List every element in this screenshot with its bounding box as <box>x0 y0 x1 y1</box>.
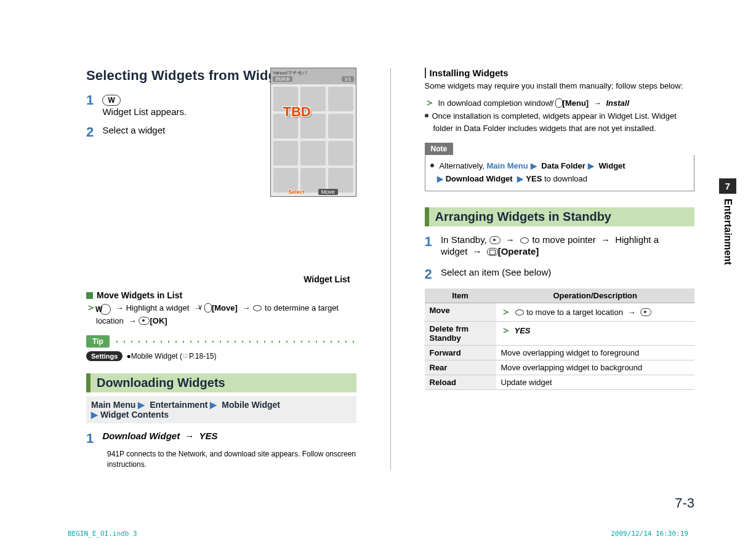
heading-arranging: Arranging Widgets in Standby <box>425 207 695 226</box>
triangle-icon: ▶ <box>437 174 443 183</box>
step-number: 2 <box>86 124 100 140</box>
tbd-overlay: TBD <box>283 104 311 120</box>
triangle-icon: ▶ <box>588 161 594 170</box>
navpad-icon <box>252 304 262 312</box>
y-key-icon: Y <box>204 303 212 312</box>
page-number: 7-3 <box>675 495 694 511</box>
operations-table: Item Operation/Description Move ＞ to mov… <box>425 288 695 390</box>
settings-tag: Settings <box>86 351 123 361</box>
arrange-step-2: 2 Select an item (See below) <box>425 266 695 282</box>
right-column: Installing Widgets Some widgets may requ… <box>425 68 695 470</box>
triangle-icon: ▶ <box>210 400 217 410</box>
left-column: Selecting Widgets from Widget List 1 W W… <box>86 68 356 470</box>
table-row: Reload Update widget <box>425 375 695 389</box>
column-divider <box>390 68 391 470</box>
square-bullet-icon <box>86 292 93 299</box>
widget-key-icon: W <box>100 304 111 315</box>
install-flow: ＞In download completion window, Y[Menu] … <box>425 95 695 110</box>
chevron-icon: ＞ <box>86 302 96 312</box>
side-tab: 7 Entertainment <box>719 178 736 270</box>
triangle-icon: ▶ <box>91 410 98 420</box>
heading-downloading: Downloading Widgets <box>86 373 356 392</box>
table-row: Rear Move overlapping widget to backgrou… <box>425 360 695 375</box>
y-key-icon: Y <box>555 98 563 108</box>
chapter-number: 7 <box>719 178 736 194</box>
table-header-op: Operation/Description <box>496 288 695 303</box>
move-widgets-heading: Move Widgets in List <box>86 290 356 300</box>
bullet-icon <box>425 114 428 117</box>
arrange-step-1: 1 In Standby, → to move pointer → Highli… <box>425 234 695 258</box>
screenshot-title: Yahoo!マチモバ <box>271 68 356 76</box>
settings-line: Settings●Mobile Widget (☞P.18-15) <box>86 351 356 361</box>
table-row: Forward Move overlapping widget to foreg… <box>425 345 695 360</box>
chevron-icon: ＞ <box>501 325 511 335</box>
step-number: 1 <box>86 431 100 447</box>
chapter-label: Entertainment <box>722 194 733 270</box>
screenshot-size: 352KB <box>273 76 292 82</box>
center-key-icon <box>489 236 501 244</box>
triangle-icon: ▶ <box>531 161 537 170</box>
screenshot-caption: Widget List <box>86 274 350 284</box>
table-header-item: Item <box>425 288 496 303</box>
step2-text: Select a widget <box>102 124 165 137</box>
tip-tag: Tip <box>86 335 110 348</box>
navpad-icon <box>515 309 525 316</box>
step-number: 1 <box>86 92 100 108</box>
dots-decoration <box>113 341 356 343</box>
chevron-icon: ＞ <box>425 97 435 108</box>
install-intro: Some widgets may require you install the… <box>425 81 695 92</box>
table-row: Delete frm Standby ＞YES <box>425 321 695 345</box>
navpad-icon <box>520 237 529 244</box>
step-number: 2 <box>425 266 438 282</box>
bullet-icon <box>430 164 434 167</box>
download-step-1: 1 Download Widget → YES 941P connects to… <box>86 431 356 470</box>
chevron-icon: ＞ <box>501 306 511 317</box>
center-key-icon <box>640 308 651 316</box>
step-number: 1 <box>425 234 438 250</box>
widget-list-screenshot: Yahoo!マチモバ 352KB 1/1 TBD Select Move <box>270 68 356 197</box>
note-box: Alternatively, Main Menu▶ Data Folder▶ W… <box>425 155 695 191</box>
footer-right: 2009/12/14 16:30:19 <box>611 530 688 538</box>
install-bullet: Once installation is completed, widgets … <box>425 110 695 134</box>
screenshot-select-label: Select <box>288 189 305 195</box>
heading-installing: Installing Widgets <box>425 68 695 78</box>
widget-key-icon: W <box>102 95 120 106</box>
triangle-icon: ▶ <box>138 400 145 410</box>
download-subtext: 941P connects to the Network, and downlo… <box>107 449 356 470</box>
triangle-icon: ▶ <box>517 174 523 183</box>
screenshot-move-label: Move <box>318 189 338 195</box>
footer-left: BEGIN_E_OI.indb 3 <box>68 530 137 538</box>
breadcrumb: Main Menu▶ Entertainment▶ Mobile Widget … <box>86 396 356 423</box>
table-row: Move ＞ to move to a target location → <box>425 303 695 321</box>
center-key-icon <box>139 317 150 325</box>
note-tag: Note <box>425 143 454 155</box>
move-widgets-flow: ＞W →Highlight a widget →Y[Move] → to det… <box>86 300 356 327</box>
screenshot-page: 1/1 <box>342 76 353 82</box>
tip-bar: Tip <box>86 335 356 348</box>
step1-text: Widget List appears. <box>102 106 187 117</box>
mail-key-icon <box>487 248 498 256</box>
